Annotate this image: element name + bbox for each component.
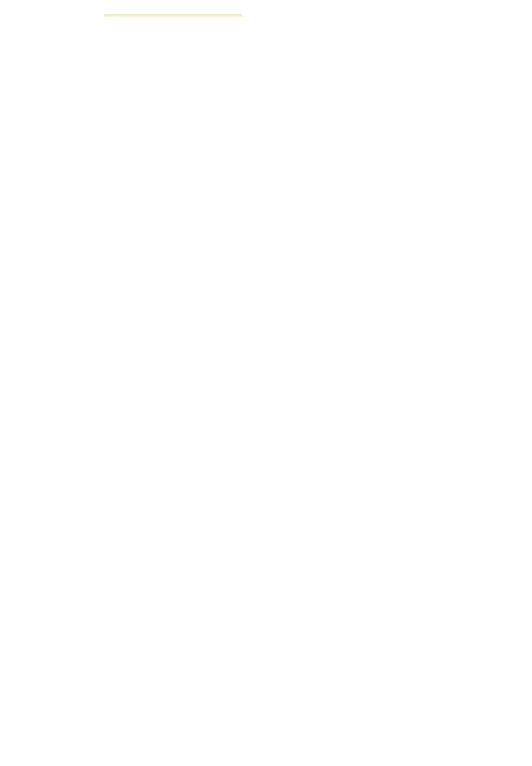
callout-user-start-end: 用户的起点是什么，终点是什么？你如何定义起点，如何定义终点？	[104, 15, 242, 17]
connectors	[0, 0, 532, 17]
